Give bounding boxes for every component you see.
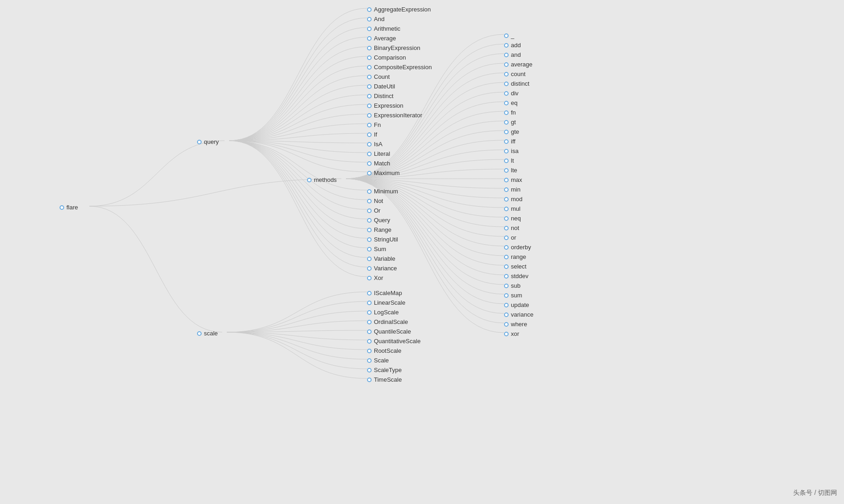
node-text: min xyxy=(511,186,521,193)
node-circle xyxy=(367,36,372,41)
node-text: Distinct xyxy=(374,93,394,99)
node-circle xyxy=(367,247,372,252)
node-circle xyxy=(367,339,372,344)
node-circle xyxy=(367,65,372,70)
node-circle xyxy=(504,91,509,96)
node-mc-30: where xyxy=(504,321,527,328)
node-circle xyxy=(504,159,509,163)
node-circle xyxy=(367,132,372,137)
node-text: count xyxy=(511,71,526,77)
node-circle xyxy=(504,293,509,298)
node-text: IScaleMap xyxy=(374,290,402,296)
node-circle xyxy=(504,255,509,259)
node-circle xyxy=(367,142,372,147)
node-circle xyxy=(367,84,372,89)
node-circle xyxy=(367,329,372,334)
node-circle xyxy=(367,75,372,79)
node-circle xyxy=(60,205,64,210)
node-mc-0: _ xyxy=(504,32,514,39)
node-qc-14: IsA xyxy=(367,141,383,148)
node-text: Comparison xyxy=(374,54,406,61)
node-qc-6: CompositeExpression xyxy=(367,64,432,71)
node-qc-19: Not xyxy=(367,197,383,204)
node-text: QuantitativeScale xyxy=(374,338,421,345)
node-circle xyxy=(367,161,372,166)
node-qc-18: Minimum xyxy=(367,188,398,195)
node-text: or xyxy=(511,234,516,241)
node-text: range xyxy=(511,253,526,260)
node-mc-24: select xyxy=(504,263,526,270)
node-text: xor xyxy=(511,330,519,337)
node-circle xyxy=(367,349,372,353)
node-text: Range xyxy=(374,226,391,233)
node-text: IsA xyxy=(374,141,383,148)
node-circle xyxy=(504,82,509,86)
node-qc-2: Arithmetic xyxy=(367,25,400,32)
node-text: Arithmetic xyxy=(374,25,400,32)
node-mc-2: and xyxy=(504,51,521,58)
node-mc-1: add xyxy=(504,42,521,49)
node-text: BinaryExpression xyxy=(374,44,420,51)
node-circle xyxy=(504,101,509,105)
node-text: neq xyxy=(511,215,521,222)
node-circle xyxy=(504,332,509,336)
node-mc-12: isa xyxy=(504,148,519,154)
node-text: Or xyxy=(374,207,380,214)
node-mc-31: xor xyxy=(504,330,519,337)
node-text: orderby xyxy=(511,244,531,251)
node-text: _ xyxy=(511,32,514,39)
node-circle xyxy=(504,72,509,77)
node-circle xyxy=(504,197,509,202)
node-qc-17: Maximum xyxy=(367,170,400,176)
node-text: fn xyxy=(511,109,516,116)
node-circle xyxy=(504,216,509,221)
node-text: If xyxy=(374,131,377,138)
node-qc-5: Comparison xyxy=(367,54,406,61)
node-text: CompositeExpression xyxy=(374,64,432,71)
node-text: gt xyxy=(511,119,516,126)
node-qc-15: Literal xyxy=(367,150,390,157)
node-sc-7: Scale xyxy=(367,357,389,364)
node-circle xyxy=(504,110,509,115)
node-qc-22: Range xyxy=(367,226,391,233)
node-text: Variance xyxy=(374,265,397,272)
node-text: where xyxy=(511,321,527,328)
node-circle xyxy=(504,130,509,134)
node-text: Fn xyxy=(374,121,381,128)
node-circle xyxy=(367,104,372,108)
node-sc-9: TimeScale xyxy=(367,376,402,383)
node-mc-19: neq xyxy=(504,215,521,222)
node-sc-0: IScaleMap xyxy=(367,290,402,296)
node-qc-10: Expression xyxy=(367,102,403,109)
node-circle xyxy=(367,368,372,373)
node-text: not xyxy=(511,225,519,231)
node-text: Query xyxy=(374,217,390,224)
node-text: stddev xyxy=(511,273,528,279)
node-circle xyxy=(367,378,372,382)
node-mc-22: orderby xyxy=(504,244,531,251)
node-mc-26: sub xyxy=(504,282,521,289)
node-qc-8: DateUtil xyxy=(367,83,395,90)
node-text: And xyxy=(374,16,384,22)
node-qc-9: Distinct xyxy=(367,93,394,99)
node-text: Match xyxy=(374,160,390,167)
node-mc-18: mul xyxy=(504,205,521,212)
node-mc-15: max xyxy=(504,176,522,183)
node-qc-23: StringUtil xyxy=(367,236,398,243)
node-mc-16: min xyxy=(504,186,521,193)
node-text: flare xyxy=(66,204,78,211)
node-methods: methods xyxy=(307,176,337,183)
node-mc-4: count xyxy=(504,71,526,77)
node-mc-9: gt xyxy=(504,119,516,126)
node-circle xyxy=(504,245,509,250)
node-text: ScaleType xyxy=(374,367,402,373)
node-circle xyxy=(504,33,509,38)
node-text: add xyxy=(511,42,521,49)
node-text: lt xyxy=(511,157,514,164)
node-circle xyxy=(504,187,509,192)
node-sc-6: RootScale xyxy=(367,347,401,354)
node-circle xyxy=(367,320,372,324)
node-text: variance xyxy=(511,311,533,318)
node-circle xyxy=(504,207,509,211)
node-circle xyxy=(367,276,372,280)
